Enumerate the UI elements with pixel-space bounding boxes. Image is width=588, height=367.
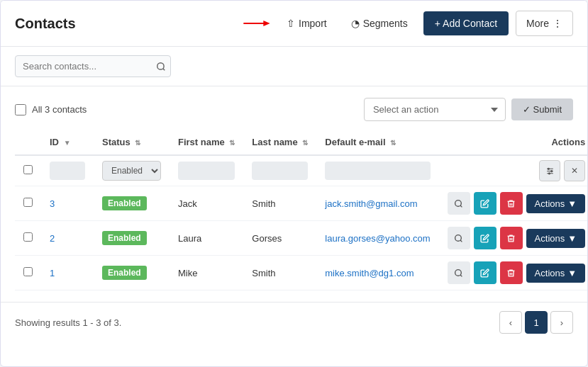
search-input[interactable] [16, 56, 149, 77]
search-bar [1, 47, 587, 86]
sort-id-icon[interactable]: ▼ [64, 139, 71, 147]
dropdown-chevron-icon: ▼ [567, 198, 577, 209]
row-checkbox[interactable] [23, 198, 33, 207]
row-status-cell: Enabled [94, 256, 170, 290]
sort-email-icon[interactable]: ⇅ [390, 139, 396, 147]
row-actions-dropdown-button[interactable]: Actions ▼ [526, 229, 586, 248]
row-edit-button[interactable] [474, 227, 497, 249]
filter-row: Enabled [15, 155, 588, 186]
filter-firstname-cell [170, 155, 243, 186]
row-checkbox[interactable] [23, 232, 33, 242]
toolbar-right: Select an action ✓ Submit [364, 98, 573, 121]
row-checkbox-cell [15, 186, 41, 221]
svg-point-12 [455, 235, 462, 241]
add-contact-button[interactable]: + Add Contact [423, 11, 509, 35]
import-icon: ⇧ [287, 18, 295, 29]
row-delete-button[interactable] [500, 227, 523, 249]
col-id: ID ▼ [41, 130, 94, 155]
row-id-link[interactable]: 3 [50, 198, 55, 209]
table-row: 1 Enabled Mike Smith mike.smith@dg1.com [15, 256, 588, 290]
search-button[interactable] [149, 57, 171, 77]
contacts-page: Contacts ⇧ Import ◔ Segments + Add Conta… [0, 0, 588, 367]
prev-page-button[interactable]: ‹ [499, 311, 522, 334]
trash-icon [506, 269, 516, 278]
row-zoom-button[interactable] [448, 192, 470, 215]
row-lastname: Smith [252, 268, 275, 278]
table-footer: Showing results 1 - 3 of 3. ‹ 1 › [1, 302, 587, 342]
status-badge: Enabled [102, 196, 147, 210]
zoom-icon [454, 269, 463, 278]
actions-label: Actions [535, 268, 565, 278]
row-actions-dropdown-button[interactable]: Actions ▼ [526, 264, 586, 283]
sort-firstname-icon[interactable]: ⇅ [229, 139, 235, 147]
row-firstname-cell: Jack [170, 186, 243, 221]
row-firstname: Jack [178, 198, 197, 209]
row-email-cell: mike.smith@dg1.com [316, 256, 438, 290]
sliders-icon [545, 166, 555, 176]
edit-icon [480, 269, 489, 278]
status-badge: Enabled [102, 266, 147, 280]
page-1-button[interactable]: 1 [525, 311, 548, 334]
import-button[interactable]: ⇧ Import [278, 12, 335, 35]
svg-line-13 [460, 240, 462, 242]
row-edit-button[interactable] [474, 192, 497, 215]
row-firstname: Laura [178, 233, 201, 244]
trash-icon [506, 199, 516, 208]
segments-button[interactable]: ◔ Segments [343, 12, 416, 35]
select-all-checkbox[interactable] [15, 104, 26, 115]
row-email-link[interactable]: jack.smith@gmail.com [325, 198, 417, 209]
filter-clear-button[interactable]: ✕ [564, 160, 585, 181]
row-actions-dropdown-button[interactable]: Actions ▼ [526, 194, 586, 213]
row-lastname: Gorses [252, 233, 282, 244]
row-email-link[interactable]: laura.gorses@yahoo.com [325, 233, 430, 244]
row-id-cell: 3 [41, 186, 94, 221]
svg-line-3 [163, 68, 165, 70]
sort-status-icon[interactable]: ⇅ [135, 139, 140, 147]
row-zoom-button[interactable] [448, 261, 470, 284]
row-delete-button[interactable] [500, 192, 523, 215]
all-contacts-label: All 3 contacts [32, 104, 87, 115]
table-body: Enabled [15, 155, 588, 290]
row-checkbox[interactable] [23, 267, 33, 276]
row-checkbox-cell [15, 256, 41, 290]
filter-status-select[interactable]: Enabled [102, 161, 161, 181]
arrow-indicator [243, 16, 271, 30]
main-content: All 3 contacts Select an action ✓ Submit… [1, 86, 587, 302]
row-id-link[interactable]: 1 [50, 268, 55, 278]
row-status-cell: Enabled [94, 221, 170, 256]
segments-icon: ◔ [351, 18, 360, 29]
row-lastname-cell: Smith [243, 186, 316, 221]
action-select[interactable]: Select an action [364, 98, 506, 121]
row-status-cell: Enabled [94, 186, 170, 221]
edit-icon [480, 199, 489, 208]
row-actions-cell: Actions ▼ [439, 221, 588, 256]
row-email-cell: jack.smith@gmail.com [316, 186, 438, 221]
row-zoom-button[interactable] [448, 227, 470, 249]
col-firstname: First name ⇅ [170, 130, 243, 155]
filter-id-cell [41, 155, 94, 186]
row-checkbox-cell [15, 221, 41, 256]
row-lastname-cell: Gorses [243, 221, 316, 256]
row-id-link[interactable]: 2 [50, 233, 55, 244]
row-email-cell: laura.gorses@yahoo.com [316, 221, 438, 256]
row-edit-button[interactable] [474, 261, 497, 284]
toolbar-left: All 3 contacts [15, 104, 87, 115]
svg-point-10 [455, 200, 462, 206]
row-delete-button[interactable] [500, 261, 523, 284]
svg-point-8 [550, 170, 552, 171]
submit-button[interactable]: ✓ Submit [511, 98, 573, 120]
more-dots-icon: ⋮ [553, 18, 562, 29]
edit-icon [480, 234, 489, 243]
row-firstname: Mike [178, 268, 197, 278]
filter-options-button[interactable] [539, 160, 560, 181]
search-icon [156, 62, 166, 72]
more-button[interactable]: More ⋮ [516, 11, 573, 36]
next-page-button[interactable]: › [550, 311, 573, 334]
filter-checkbox[interactable] [23, 165, 33, 174]
pagination: ‹ 1 › [499, 311, 573, 334]
sort-lastname-icon[interactable]: ⇅ [302, 139, 308, 147]
row-email-link[interactable]: mike.smith@dg1.com [325, 268, 414, 278]
row-actions-cell: Actions ▼ [439, 256, 588, 290]
dropdown-chevron-icon: ▼ [567, 233, 577, 244]
zoom-icon [454, 234, 463, 243]
